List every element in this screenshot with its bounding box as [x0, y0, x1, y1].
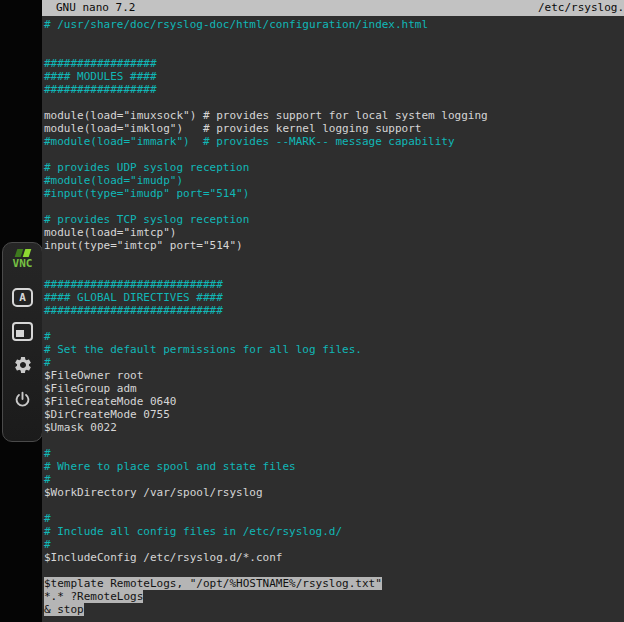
- fullscreen-icon-inner: [16, 330, 24, 337]
- terminal-line: #module(load="immark") # provides --MARK…: [44, 135, 624, 148]
- terminal-line: # Where to place spool and state files: [44, 460, 624, 473]
- terminal-line: #### MODULES ####: [44, 70, 624, 83]
- nano-titlebar: GNU nano 7.2 /etc/rsyslog.: [42, 0, 624, 16]
- terminal-line: [44, 499, 624, 512]
- screen: VNC A ◄: [0, 0, 624, 622]
- nano-filename: /etc/rsyslog.: [538, 0, 624, 16]
- logo-mark-light: [22, 249, 31, 257]
- terminal-line: $FileGroup adm: [44, 382, 624, 395]
- terminal-line: [44, 148, 624, 161]
- terminal-line: [44, 252, 624, 265]
- terminal-line: [44, 200, 624, 213]
- terminal-line: #module(load="imudp"): [44, 174, 624, 187]
- gear-icon: [13, 355, 33, 375]
- desktop-left-strip: VNC A ◄: [0, 0, 42, 622]
- terminal-line: #: [44, 356, 624, 369]
- terminal-line: #: [44, 330, 624, 343]
- terminal-line: $FileOwner root: [44, 369, 624, 382]
- terminal-body[interactable]: # /usr/share/doc/rsyslog-doc/html/config…: [42, 16, 624, 616]
- terminal-line: module(load="imklog") # provides kernel …: [44, 122, 624, 135]
- fullscreen-icon: [12, 322, 33, 341]
- terminal-line: #: [44, 473, 624, 486]
- terminal-line: #################: [44, 57, 624, 70]
- terminal-line: #: [44, 538, 624, 551]
- terminal-line: $Umask 0022: [44, 421, 624, 434]
- terminal-line: [44, 317, 624, 330]
- power-icon: [13, 390, 32, 409]
- terminal-line: # provides TCP syslog reception: [44, 213, 624, 226]
- power-button[interactable]: [10, 387, 36, 411]
- terminal-line: [44, 31, 624, 44]
- terminal-line: [44, 44, 624, 57]
- terminal-line: [44, 265, 624, 278]
- terminal-line: [44, 96, 624, 109]
- terminal-line: input(type="imtcp" port="514"): [44, 239, 624, 252]
- terminal-line: $DirCreateMode 0755: [44, 408, 624, 421]
- terminal-line: *.* ?RemoteLogs: [44, 590, 624, 603]
- terminal-line: # Include all config files in /etc/rsysl…: [44, 525, 624, 538]
- terminal-line: module(load="imuxsock") # provides suppo…: [44, 109, 624, 122]
- a-key-icon: A: [12, 288, 33, 307]
- nano-editor: GNU nano 7.2 /etc/rsyslog. # /usr/share/…: [42, 0, 624, 622]
- terminal-line: ###########################: [44, 304, 624, 317]
- terminal-line: #input(type="imudp" port="514"): [44, 187, 624, 200]
- settings-button[interactable]: [10, 353, 36, 377]
- novnc-logo-marks: [16, 249, 30, 257]
- novnc-control-bar: VNC A: [2, 242, 43, 442]
- nano-version: GNU nano 7.2: [56, 0, 135, 16]
- terminal-line: & stop: [44, 603, 624, 616]
- logo-mark-dark: [14, 249, 23, 257]
- terminal-line: #: [44, 512, 624, 525]
- terminal-line: # provides UDP syslog reception: [44, 161, 624, 174]
- novnc-logo: VNC: [13, 249, 33, 275]
- extra-keys-button[interactable]: A: [10, 285, 36, 309]
- terminal-line: module(load="imtcp"): [44, 226, 624, 239]
- terminal-line: # /usr/share/doc/rsyslog-doc/html/config…: [44, 18, 624, 31]
- terminal-line: [44, 434, 624, 447]
- terminal-line: ###########################: [44, 278, 624, 291]
- terminal-line: #### GLOBAL DIRECTIVES ####: [44, 291, 624, 304]
- terminal-line: $IncludeConfig /etc/rsyslog.d/*.conf: [44, 551, 624, 564]
- terminal-line: $template RemoteLogs, "/opt/%HOSTNAME%/r…: [44, 577, 624, 590]
- terminal-line: $WorkDirectory /var/spool/rsyslog: [44, 486, 624, 499]
- terminal-line: #################: [44, 83, 624, 96]
- terminal-line: $FileCreateMode 0640: [44, 395, 624, 408]
- terminal-line: [44, 564, 624, 577]
- fullscreen-button[interactable]: [10, 319, 36, 343]
- terminal-line: # Set the default permissions for all lo…: [44, 343, 624, 356]
- novnc-logo-text: VNC: [13, 258, 33, 270]
- terminal-line: #: [44, 447, 624, 460]
